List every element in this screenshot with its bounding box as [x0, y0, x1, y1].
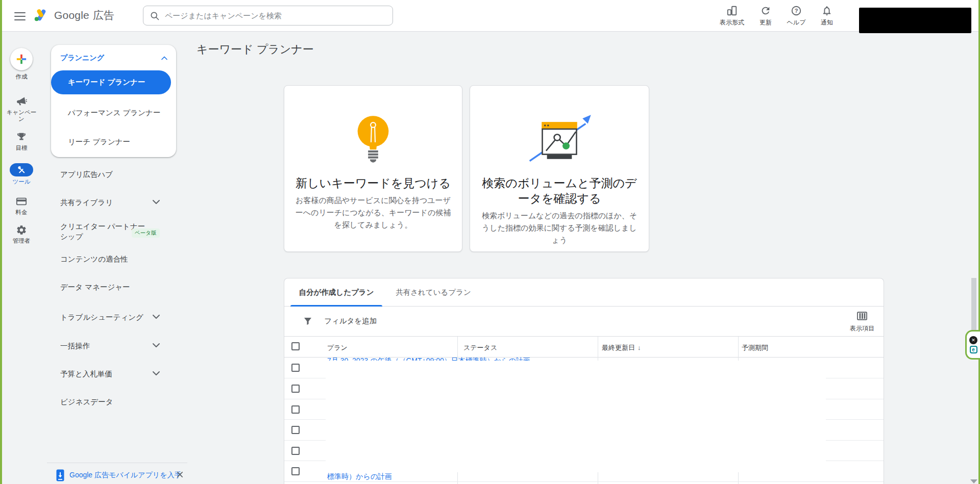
sidebar-item-troubleshooting[interactable]: トラブルシューティング — [60, 313, 143, 322]
capture-frame-left — [0, 0, 2, 484]
row-checkbox[interactable] — [291, 385, 300, 393]
help-label: ヘルプ — [787, 18, 806, 27]
sidebar-item-shared-library[interactable]: 共有ライブラリ — [60, 198, 113, 208]
chevron-down-icon[interactable] — [152, 370, 160, 376]
display-format-icon — [726, 5, 738, 17]
rail-label-billing: 料金 — [4, 209, 39, 216]
column-header-plan[interactable]: プラン — [327, 343, 348, 352]
brand-wordmark: Google広告 — [54, 8, 114, 22]
hamburger-menu-icon[interactable] — [14, 12, 26, 20]
chevron-down-icon[interactable] — [152, 314, 160, 320]
redacted-account-info — [859, 8, 971, 33]
rail-item-tools[interactable]: ツール — [2, 163, 41, 185]
close-icon[interactable] — [177, 471, 183, 478]
forecast-chart-icon — [521, 112, 598, 163]
column-header-forecast-period[interactable]: 予測期間 — [742, 343, 768, 352]
sidebar-item-keyword-planner[interactable]: キーワード プランナー — [51, 70, 171, 94]
browser-extension-widget: ✕ e — [965, 330, 980, 360]
sidebar-item-content-suitability[interactable]: コンテンツの適合性 — [60, 254, 128, 264]
plans-panel: 自分が作成したプラン 共有されているプラン フィルタを追加 表示項目 — [284, 278, 884, 484]
megaphone-icon — [16, 96, 27, 107]
mobile-app-promo[interactable]: Google 広告モバイルアプリを入手 — [56, 469, 182, 481]
column-header-status[interactable]: ステータス — [463, 343, 497, 352]
select-all-checkbox[interactable] — [291, 342, 300, 350]
svg-text:?: ? — [795, 8, 798, 14]
rail-item-billing[interactable]: 料金 — [2, 196, 41, 216]
row-checkbox[interactable] — [291, 426, 300, 434]
mobile-app-download-icon — [56, 469, 64, 481]
rail-item-goals[interactable]: 目標 — [2, 132, 41, 151]
sidebar-item-performance-planner[interactable]: パフォーマンス プランナー — [68, 108, 160, 118]
search-icon — [150, 11, 160, 21]
help-button[interactable]: ? ヘルプ — [782, 5, 811, 27]
planning-section-header[interactable]: プランニング — [51, 45, 176, 63]
chevron-down-icon[interactable] — [152, 199, 160, 205]
column-header-last-updated[interactable]: 最終更新日↓ — [602, 343, 641, 352]
tools-active-pill[interactable] — [10, 163, 33, 176]
notifications-bell-icon — [821, 5, 832, 17]
google-ads-logo-icon — [33, 8, 49, 22]
refresh-button[interactable]: 更新 — [751, 5, 780, 27]
row-checkbox[interactable] — [291, 467, 300, 475]
display-format-button[interactable]: 表示形式 — [715, 5, 749, 27]
tab-my-plans[interactable]: 自分が作成したプラン — [290, 278, 382, 307]
add-filter-button[interactable]: フィルタを追加 — [304, 316, 377, 326]
rail-item-create[interactable]: 作成 — [2, 48, 41, 80]
create-button[interactable] — [10, 48, 33, 70]
page-title: キーワード プランナー — [197, 42, 314, 57]
row-checkbox[interactable] — [291, 405, 300, 414]
extension-close-icon[interactable]: ✕ — [969, 336, 977, 344]
sidebar-item-data-manager[interactable]: データ マネージャー — [60, 283, 130, 292]
refresh-label: 更新 — [760, 18, 772, 27]
planning-sidebar: プランニング キーワード プランナー パフォーマンス プランナー リーチ プラン… — [41, 32, 183, 484]
row-checkbox[interactable] — [291, 447, 300, 455]
google-ads-logo[interactable]: Google広告 — [33, 8, 114, 22]
search-input[interactable] — [165, 11, 386, 20]
display-format-label: 表示形式 — [720, 18, 744, 27]
columns-label: 表示項目 — [848, 324, 876, 333]
plan-link-clipped[interactable]: 7月 30, 2023 の午後（（GMT+09:00）日本標準時）からの計画 — [327, 356, 530, 361]
notifications-button[interactable]: 通知 — [813, 5, 841, 27]
planning-section-card: プランニング キーワード プランナー パフォーマンス プランナー リーチ プラン… — [51, 45, 176, 157]
sort-descending-icon: ↓ — [638, 344, 641, 351]
extension-e-badge-icon[interactable]: e — [970, 346, 977, 353]
vertical-scrollbar-thumb[interactable] — [971, 278, 976, 330]
row-checkbox[interactable] — [291, 364, 300, 372]
search-volume-forecast-description: 検索ボリュームなどの過去の指標のほか、そうした指標の効果に関する予測を確認しまし… — [479, 210, 640, 246]
topbar-actions: 表示形式 更新 ? ヘルプ — [715, 5, 841, 27]
refresh-icon — [760, 5, 771, 17]
columns-button[interactable]: 表示項目 — [848, 312, 876, 333]
scrollbar-down-arrow[interactable] — [970, 479, 977, 483]
sidebar-divider — [47, 463, 187, 463]
sidebar-item-business-data[interactable]: ビジネスデータ — [60, 397, 113, 407]
beta-badge: ベータ版 — [132, 228, 160, 238]
rail-label-tools: ツール — [4, 179, 39, 185]
left-rail: 作成 キャンペーン 目標 — [2, 32, 41, 484]
table-header-row: プラン ステータス 最終更新日↓ 予測期間 — [284, 337, 884, 358]
rail-label-create: 作成 — [4, 73, 39, 80]
discover-keywords-card[interactable]: 新しいキーワードを見つける お客様の商品やサービスに関心を持つユーザーへのリーチ… — [284, 85, 462, 252]
sidebar-item-app-ads-hub[interactable]: アプリ広告ハブ — [60, 170, 113, 180]
chevron-down-icon[interactable] — [152, 342, 160, 348]
rail-item-campaigns[interactable]: キャンペーン — [2, 96, 41, 122]
sidebar-item-reach-planner[interactable]: リーチ プランナー — [68, 137, 130, 147]
discover-keywords-title: 新しいキーワードを見つける — [291, 175, 455, 191]
tab-shared-plans[interactable]: 共有されているプラン — [382, 278, 484, 307]
sidebar-item-budgets-bids[interactable]: 予算と入札単価 — [60, 369, 112, 379]
chevron-up-icon — [161, 56, 168, 61]
discover-keywords-description: お客様の商品やサービスに関心を持つユーザーへのリーチにつながる、キーワードの候補… — [293, 194, 453, 231]
search-volume-forecast-card[interactable]: 検索のボリュームと予測のデータを確認する 検索ボリュームなどの過去の指標のほか、… — [470, 85, 649, 252]
mobile-app-promo-label: Google 広告モバイルアプリを入手 — [69, 471, 182, 480]
add-filter-label: フィルタを追加 — [324, 316, 377, 326]
plan-link-fragment[interactable]: 標準時）からの計画 — [327, 472, 392, 481]
keyword-planner-label: キーワード プランナー — [68, 78, 145, 86]
lightbulb-icon — [351, 112, 395, 163]
rail-item-admin[interactable]: 管理者 — [2, 224, 41, 244]
tools-icon — [17, 165, 26, 174]
plans-tabs: 自分が作成したプラン 共有されているプラン — [284, 278, 884, 307]
rail-label-admin: 管理者 — [4, 238, 39, 244]
trophy-icon — [16, 132, 27, 143]
rail-label-goals: 目標 — [4, 145, 39, 151]
help-icon: ? — [791, 5, 802, 17]
sidebar-item-bulk-actions[interactable]: 一括操作 — [60, 341, 90, 351]
